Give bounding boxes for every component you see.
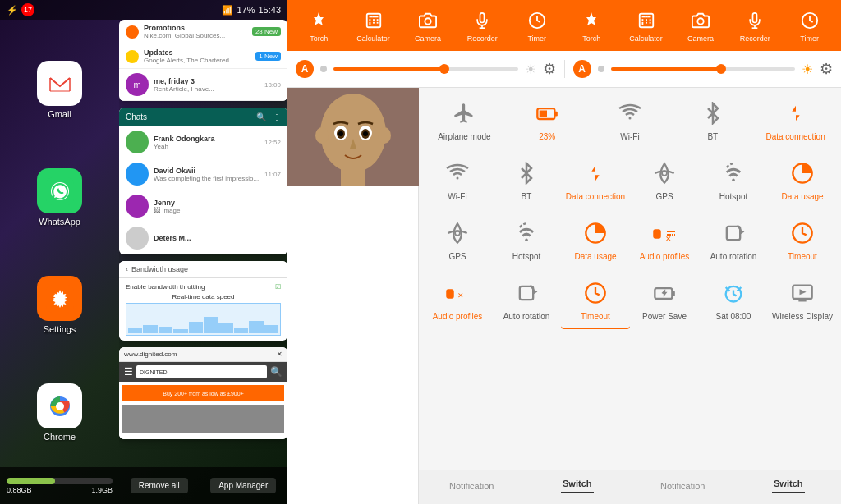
toggle-timeout-2[interactable]: Timeout — [561, 272, 630, 329]
chrome-close-icon[interactable]: ✕ — [277, 351, 283, 358]
settings-label: Settings — [44, 324, 76, 334]
remove-all-button[interactable]: Remove all — [131, 478, 188, 493]
tab-notification-1[interactable]: Notification — [419, 470, 525, 504]
toggle-battery[interactable]: 23% — [506, 92, 589, 148]
bt-label-1: BT — [707, 132, 718, 141]
quick-recorder-1[interactable]: Recorder — [462, 9, 503, 43]
chrome-card[interactable]: www.dignited.com ✕ ☰ DIGNITED 🔍 Buy 200+… — [119, 347, 287, 439]
whatsapp-label: WhatsApp — [39, 217, 80, 227]
chrome-search-icon[interactable]: 🔍 — [270, 366, 283, 378]
svg-rect-27 — [647, 16, 650, 17]
back-icon[interactable]: ‹ — [126, 265, 128, 273]
toggle-audioprofiles-2[interactable]: ✕ Audio profiles — [423, 272, 492, 329]
gear-icon-right[interactable]: ⚙ — [820, 60, 833, 78]
whatsapp-header: Chats 🔍 ⋮ — [119, 108, 287, 126]
tab-switch-1[interactable]: Switch — [525, 470, 631, 504]
chrome-label: Chrome — [44, 432, 76, 442]
recorder-label-2: Recorder — [740, 34, 770, 43]
app-icon-settings[interactable]: Settings — [37, 276, 82, 334]
toggle-datausage-2[interactable]: Data usage — [561, 212, 630, 268]
toggle-autorotation-1[interactable]: Auto rotation — [699, 212, 768, 268]
whatsapp-msg-other[interactable]: Deters M... — [119, 222, 287, 254]
jenny-preview: 🖼 Image — [154, 207, 281, 214]
camera-label-1: Camera — [415, 34, 441, 43]
toggle-audioprofiles-1[interactable]: ✕ Audio profiles — [630, 212, 699, 268]
toggle-bt-2[interactable]: BT — [492, 152, 561, 208]
tab-switch-2[interactable]: Switch — [736, 470, 842, 504]
wireless-display-label: Wireless Display — [772, 312, 833, 321]
app-icon-gmail[interactable]: Gmail — [37, 61, 82, 119]
toggle-hotspot-1[interactable]: Hotspot — [699, 152, 768, 208]
svg-point-20 — [425, 18, 430, 24]
message-time: 13:00 — [264, 81, 281, 89]
toggle-alarm[interactable]: Sat 08:00 — [699, 272, 768, 329]
quick-camera-1[interactable]: Camera — [407, 9, 448, 43]
timeout-icon-1 — [788, 218, 817, 248]
airplane-icon — [449, 99, 479, 128]
toggle-wireless-display[interactable]: Wireless Display — [768, 272, 837, 329]
toggle-row-4: ✕ Audio profiles Au — [423, 272, 837, 329]
toggle-gps-1[interactable]: GPS — [630, 152, 699, 208]
app-icon-chrome[interactable]: Chrome — [37, 383, 82, 442]
quick-recorder-2[interactable]: Recorder — [734, 9, 775, 43]
app-icon-whatsapp[interactable]: WhatsApp — [37, 168, 82, 227]
app-manager-button[interactable]: App Manager — [210, 478, 276, 493]
recorder-icon-1 — [471, 9, 494, 32]
whatsapp-card[interactable]: Chats 🔍 ⋮ Frank Odongkara Yeah 12:52 Dav… — [119, 108, 287, 254]
toggle-wifi-1[interactable]: Wi-Fi — [589, 92, 672, 148]
recorder-icon-2 — [743, 9, 766, 32]
hotspot-label-1: Hotspot — [719, 192, 747, 201]
quick-calculator-2[interactable]: Calculator — [626, 9, 667, 43]
gmail-card[interactable]: Promotions Nike.com, Global Sources... 2… — [119, 20, 287, 101]
quick-calculator-1[interactable]: Calculator — [353, 9, 394, 43]
svg-rect-13 — [375, 16, 378, 17]
menu-icon[interactable]: ⋮ — [273, 112, 281, 121]
calculator-label-1: Calculator — [356, 34, 390, 43]
throttle-check[interactable]: ☑ — [275, 283, 281, 291]
svg-rect-12 — [372, 16, 375, 17]
wifi-icon-1 — [615, 99, 645, 128]
toggle-powersave[interactable]: Power Save — [630, 272, 699, 329]
whatsapp-msg-frank[interactable]: Frank Odongkara Yeah 12:52 — [119, 126, 287, 158]
chrome-content: Buy 200+ from as low as £900+ — [119, 382, 287, 439]
toggle-wifi-2[interactable]: Wi-Fi — [423, 152, 492, 208]
toggle-airplane[interactable]: Airplane mode — [423, 92, 506, 148]
quick-bar: Torch Calculator — [287, 0, 841, 51]
toggle-gps-2[interactable]: GPS — [423, 212, 492, 268]
search-icon[interactable]: 🔍 — [256, 112, 266, 121]
svg-point-48 — [363, 131, 368, 136]
toggle-dataconn-1[interactable]: Data connection — [754, 92, 837, 148]
quick-timer-2[interactable]: Timer — [789, 9, 830, 43]
quick-timer-1[interactable]: Timer — [517, 9, 558, 43]
toggle-timeout-1[interactable]: Timeout — [768, 212, 837, 268]
torch-icon-2 — [580, 9, 603, 32]
brightness-slider[interactable] — [333, 67, 518, 71]
svg-rect-31 — [641, 21, 643, 25]
chrome-menu-icon[interactable]: ☰ — [124, 366, 133, 378]
whatsapp-msg-jenny[interactable]: Jenny 🖼 Image — [119, 190, 287, 222]
bandwidth-card[interactable]: ‹ Bandwidth usage Enable bandwidth throt… — [119, 261, 287, 341]
quick-torch-1[interactable]: Torch — [298, 9, 339, 43]
svg-point-34 — [697, 18, 703, 24]
whatsapp-msg-david[interactable]: David Okwii Was completing the first imp… — [119, 158, 287, 190]
timeout-icon-2 — [581, 278, 610, 308]
toggle-datausage-1[interactable]: Data usage — [768, 152, 837, 208]
tab-notification-2[interactable]: Notification — [630, 470, 736, 504]
svg-rect-33 — [649, 21, 650, 23]
bt-icon-1 — [698, 99, 728, 128]
promo-badge: 28 New — [252, 27, 281, 36]
volume-slider[interactable] — [611, 67, 796, 71]
svg-rect-15 — [373, 19, 375, 21]
toggle-dataconn-2[interactable]: Data connection — [561, 152, 630, 208]
quick-torch-2[interactable]: Torch — [571, 9, 612, 43]
toggle-bt-1[interactable]: BT — [671, 92, 754, 148]
gear-icon-left[interactable]: ⚙ — [543, 60, 556, 78]
chrome-nav: ☰ DIGNITED 🔍 — [119, 362, 287, 382]
audioprofiles-label-1: Audio profiles — [640, 252, 690, 261]
svg-rect-42 — [341, 162, 365, 186]
toggle-autorotation-2[interactable]: Auto rotation — [492, 272, 561, 329]
toggle-hotspot-2[interactable]: Hotspot — [492, 212, 561, 268]
bandwidth-title: Bandwidth usage — [131, 265, 188, 273]
app-icons: Gmail WhatsApp — [0, 20, 119, 496]
quick-camera-2[interactable]: Camera — [680, 9, 721, 43]
